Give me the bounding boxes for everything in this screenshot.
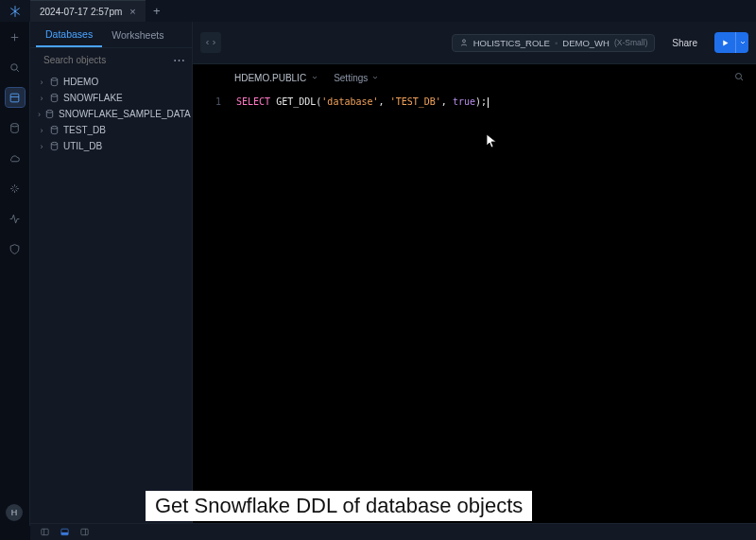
svg-point-9 (462, 40, 465, 43)
sql-bool: true (453, 96, 475, 107)
role-warehouse-selector[interactable]: HOLISTICS_ROLE • DEMO_WH (X-Small) (452, 34, 656, 52)
search-input[interactable] (43, 55, 163, 65)
panel-bottom-icon[interactable] (60, 527, 70, 537)
warehouse-label: DEMO_WH (562, 38, 610, 48)
line-gutter: 1 (193, 91, 231, 526)
play-icon (721, 39, 730, 47)
rail-sparkle-icon[interactable] (6, 179, 25, 198)
svg-point-5 (51, 94, 57, 96)
tree-item-sample-data[interactable]: › SNOWFLAKE_SAMPLE_DATA (30, 106, 192, 122)
user-icon (459, 38, 469, 47)
tree-label: UTIL_DB (63, 141, 102, 151)
tree-label: TEST_DB (63, 125, 106, 135)
tab-label: 2024-07-17 2:57pm (40, 7, 122, 17)
run-dropdown[interactable] (735, 32, 748, 53)
svg-point-2 (11, 123, 19, 126)
chevron-right-icon: › (38, 110, 41, 119)
tree-label: SNOWFLAKE_SAMPLE_DATA (59, 109, 191, 119)
sql-string: 'TEST_DB' (390, 96, 441, 107)
run-button[interactable] (714, 32, 735, 53)
sql-keyword: SELECT (236, 96, 270, 107)
panel-icon[interactable] (40, 527, 50, 537)
svg-point-0 (11, 63, 17, 70)
snowflake-logo[interactable] (0, 0, 30, 22)
line-number: 1 (193, 95, 221, 110)
user-avatar[interactable]: H (6, 504, 23, 521)
database-icon (49, 93, 60, 103)
rail-shield-icon[interactable] (6, 239, 25, 258)
svg-rect-1 (10, 94, 19, 102)
share-button[interactable]: Share (662, 34, 707, 52)
rail-activity-icon[interactable] (6, 209, 25, 228)
svg-point-7 (51, 126, 57, 129)
context-selector[interactable]: HDEMO.PUBLIC (234, 73, 318, 83)
sql-editor[interactable]: SELECT GET_DDL('database', 'TEST_DB', tr… (231, 91, 756, 526)
rail-search-icon[interactable] (6, 58, 25, 77)
warehouse-size: (X-Small) (614, 38, 647, 47)
chevron-right-icon: › (38, 78, 45, 87)
chevron-down-icon (739, 39, 747, 46)
database-icon (49, 141, 60, 151)
svg-point-10 (736, 74, 742, 79)
svg-rect-14 (81, 529, 88, 534)
sql-function: GET_DDL (276, 96, 316, 107)
worksheet-tab[interactable]: 2024-07-17 2:57pm × (30, 0, 146, 22)
svg-rect-13 (61, 532, 68, 535)
new-tab-button[interactable]: + (146, 4, 168, 18)
role-label: HOLISTICS_ROLE (473, 38, 550, 48)
svg-rect-11 (42, 529, 48, 534)
tree-item-snowflake[interactable]: › SNOWFLAKE (30, 90, 192, 106)
svg-point-4 (51, 78, 57, 80)
chevron-down-icon (311, 74, 318, 81)
database-icon (44, 109, 55, 119)
sidebar-more-icon[interactable]: ⋯ (169, 53, 189, 67)
toggle-panel-icon[interactable] (200, 32, 221, 53)
database-icon (49, 125, 60, 135)
svg-point-8 (51, 142, 57, 145)
tree-item-util-db[interactable]: › UTIL_DB (30, 138, 192, 154)
database-icon (49, 77, 60, 87)
sql-string: 'database' (321, 96, 378, 107)
tree-label: SNOWFLAKE (63, 93, 123, 103)
status-bar (30, 523, 756, 540)
rail-data-icon[interactable] (6, 118, 25, 137)
tab-worksheets[interactable]: Worksheets (102, 22, 173, 47)
rail-worksheets-icon[interactable] (6, 88, 25, 107)
chevron-down-icon (371, 74, 379, 81)
chevron-right-icon: › (38, 142, 45, 151)
tree-item-hdemo[interactable]: › HDEMO (30, 74, 192, 90)
svg-point-6 (46, 110, 52, 113)
settings-label: Settings (334, 73, 368, 83)
tree-item-test-db[interactable]: › TEST_DB (30, 122, 192, 138)
rail-home-icon[interactable] (6, 27, 25, 46)
settings-dropdown[interactable]: Settings (334, 73, 379, 83)
editor-search-icon[interactable] (733, 71, 745, 84)
context-label: HDEMO.PUBLIC (234, 73, 306, 83)
tree-label: HDEMO (63, 77, 98, 87)
chevron-right-icon: › (38, 94, 45, 103)
close-icon[interactable]: × (129, 6, 135, 17)
tab-databases[interactable]: Databases (36, 22, 102, 47)
avatar-initial: H (11, 508, 18, 517)
chevron-right-icon: › (38, 126, 45, 135)
rail-cloud-icon[interactable] (6, 148, 25, 167)
caption-overlay: Get Snowflake DDL of database objects (146, 491, 532, 521)
panel-right-icon[interactable] (79, 527, 90, 537)
